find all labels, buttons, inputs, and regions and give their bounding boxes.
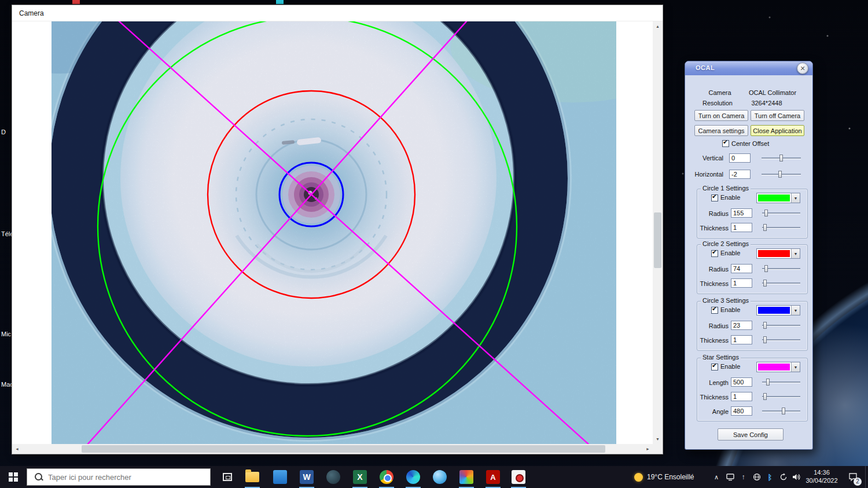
taskbar-search[interactable]	[27, 468, 211, 486]
color-swatch	[758, 307, 790, 314]
desktop-icon-label[interactable]: D	[1, 129, 12, 135]
radius-slider[interactable]	[762, 209, 800, 217]
thickness-slider[interactable]	[762, 279, 800, 287]
vertical-scrollbar-thumb[interactable]	[654, 212, 661, 268]
vertical-scrollbar[interactable]: ▲ ▼	[653, 21, 663, 444]
radius-label: Radius	[698, 210, 729, 217]
angle-input[interactable]: 480	[731, 406, 752, 416]
sync-icon[interactable]	[777, 466, 790, 488]
enable-checkbox[interactable]: ✔	[711, 364, 718, 370]
acrobat-icon: A	[486, 470, 500, 484]
sphere-icon	[433, 470, 447, 484]
start-button[interactable]	[0, 466, 27, 488]
upload-icon[interactable]: ↑	[737, 466, 750, 488]
circle2-settings-group: Circle 2 Settings ✔ Enable ▼ Radius 74 T…	[697, 244, 808, 294]
color-dropdown[interactable]: ▼	[756, 248, 800, 259]
task-view-button[interactable]	[216, 466, 238, 488]
length-input[interactable]: 500	[731, 377, 752, 387]
group-title: Circle 2 Settings	[701, 240, 751, 247]
taskbar-app-mail[interactable]	[270, 466, 290, 488]
show-desktop-button[interactable]	[865, 466, 868, 488]
length-slider[interactable]	[762, 378, 800, 386]
color-dropdown[interactable]: ▼	[756, 193, 800, 203]
windows-logo-icon	[9, 472, 18, 482]
taskbar-app-photos[interactable]	[456, 466, 477, 488]
radius-input[interactable]: 155	[731, 208, 752, 218]
color-dropdown[interactable]: ▼	[756, 362, 800, 372]
thickness-slider[interactable]	[762, 336, 800, 344]
taskbar-app-edge[interactable]	[403, 466, 424, 488]
desktop-icon-label[interactable]: Mic	[1, 331, 12, 337]
edge-icon	[406, 470, 420, 484]
taskbar-app-ocal[interactable]	[508, 466, 529, 488]
angle-slider[interactable]	[762, 407, 800, 415]
taskbar-app-excel[interactable]: X	[350, 466, 370, 488]
camera-window-titlebar[interactable]: Camera	[12, 5, 663, 21]
desktop-icon-label[interactable]: Télé	[1, 230, 12, 237]
photos-icon	[459, 470, 473, 484]
taskbar-app-chrome[interactable]	[376, 466, 397, 488]
folder-icon	[245, 472, 259, 482]
length-label: Length	[698, 379, 729, 386]
turn-off-camera-button[interactable]: Turn off Camera	[751, 110, 804, 121]
enable-checkbox[interactable]: ✔	[711, 195, 718, 201]
desktop-icon-label[interactable]: Mac	[1, 381, 12, 388]
camera-settings-button[interactable]: Camera settings	[694, 125, 748, 136]
search-input[interactable]	[48, 473, 193, 482]
bluetooth-icon[interactable]: ᛒ	[763, 466, 777, 488]
vertical-offset-input[interactable]: 0	[729, 153, 751, 163]
thickness-input[interactable]: 1	[731, 335, 752, 344]
save-config-button[interactable]: Save Config	[718, 428, 784, 441]
horizontal-scrollbar[interactable]: ◄ ►	[12, 444, 653, 454]
radius-slider[interactable]	[762, 321, 800, 329]
thickness-input[interactable]: 1	[731, 278, 752, 288]
enable-checkbox[interactable]: ✔	[711, 250, 718, 257]
scroll-right-arrow[interactable]: ►	[643, 444, 653, 454]
scroll-left-arrow[interactable]: ◄	[12, 444, 22, 454]
hidden-icons-chevron[interactable]: ∧	[712, 466, 721, 488]
weather-widget[interactable]: 19°C Ensoleillé	[634, 466, 694, 488]
thickness-input[interactable]: 1	[731, 392, 752, 401]
scroll-down-arrow[interactable]: ▼	[653, 434, 663, 444]
thickness-input[interactable]: 1	[731, 223, 752, 232]
notification-center-button[interactable]: 2	[843, 466, 863, 488]
chevron-down-icon: ▼	[791, 249, 800, 258]
ocal-app-icon	[512, 470, 525, 484]
center-offset-label: Center Offset	[731, 140, 769, 147]
volume-icon[interactable]	[790, 466, 803, 488]
network-globe-icon[interactable]	[750, 466, 763, 488]
group-title: Circle 3 Settings	[701, 297, 751, 304]
taskbar-app-browser[interactable]	[429, 466, 450, 488]
thickness-slider[interactable]	[762, 223, 800, 232]
radius-input[interactable]: 74	[731, 264, 752, 273]
chevron-down-icon: ▼	[791, 306, 800, 315]
scroll-up-arrow[interactable]: ▲	[653, 21, 663, 31]
chevron-down-icon: ▼	[791, 362, 800, 372]
vertical-offset-slider[interactable]	[762, 154, 801, 162]
center-offset-checkbox[interactable]: ✔	[722, 140, 729, 147]
turn-on-camera-button[interactable]: Turn on Camera	[694, 110, 748, 121]
color-dropdown[interactable]: ▼	[756, 305, 800, 315]
taskbar-clock[interactable]: 14:36 30/04/2022	[803, 466, 840, 488]
taskbar-app-teams[interactable]	[323, 466, 344, 488]
clock-date: 30/04/2022	[806, 477, 837, 485]
close-icon[interactable]: ✕	[797, 63, 808, 74]
radius-input[interactable]: 23	[731, 321, 752, 330]
taskbar-app-word[interactable]: W	[296, 466, 317, 488]
close-application-button[interactable]: Close Application	[751, 125, 804, 136]
thickness-slider[interactable]	[762, 392, 800, 401]
circle3-settings-group: Circle 3 Settings ✔ Enable ▼ Radius 23 T…	[697, 301, 808, 351]
horizontal-offset-slider[interactable]	[762, 170, 801, 178]
display-icon[interactable]	[723, 466, 737, 488]
ocal-titlebar[interactable]: OCAL	[685, 61, 812, 75]
enable-checkbox[interactable]: ✔	[711, 307, 718, 314]
radius-slider[interactable]	[762, 265, 800, 273]
camera-value: OCAL Collimator	[740, 89, 805, 96]
taskbar-app-file-explorer[interactable]	[242, 466, 263, 488]
camera-window-title: Camera	[19, 9, 44, 17]
taskbar-app-acrobat[interactable]: A	[483, 466, 503, 488]
screen: D Télé Mic Mac Camera	[0, 0, 868, 488]
horizontal-offset-input[interactable]: -2	[729, 170, 751, 179]
horizontal-scrollbar-thumb[interactable]	[82, 445, 605, 453]
tray-icons: ↑ ᛒ	[723, 466, 803, 488]
